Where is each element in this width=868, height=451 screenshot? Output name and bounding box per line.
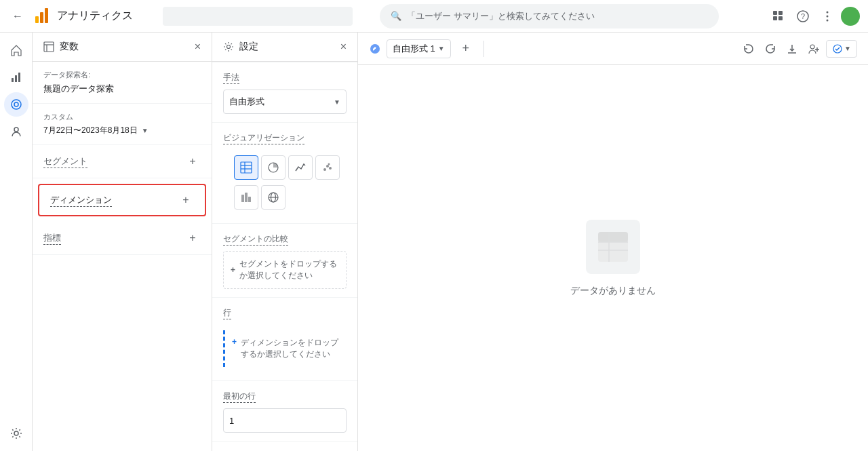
segment-drop-zone[interactable]: + セグメントをドロップするか選択してください	[223, 251, 347, 289]
svg-rect-5	[773, 16, 777, 20]
viz-line-button[interactable]	[288, 155, 313, 180]
segment-add-button[interactable]: +	[184, 153, 201, 170]
variables-panel: 変数 × データ探索名: 無題のデータ探索 カスタム 7月22日〜2023年8月…	[33, 33, 212, 451]
svg-rect-3	[773, 11, 777, 15]
metric-label: 指標	[43, 232, 61, 245]
viz-table-button[interactable]	[234, 155, 258, 180]
more-button[interactable]	[816, 5, 838, 27]
svg-rect-13	[15, 75, 17, 82]
analytics-logo	[33, 7, 52, 26]
variables-icon	[43, 41, 54, 52]
settings-close-button[interactable]: ×	[340, 41, 347, 53]
add-tab-button[interactable]: +	[456, 39, 475, 58]
sidebar-item-reports[interactable]	[4, 65, 28, 90]
add-user-button[interactable]	[804, 39, 823, 58]
grid-icon	[772, 9, 785, 23]
download-button[interactable]	[783, 39, 802, 58]
empty-state-text: データがありません	[570, 285, 656, 297]
edit-icon	[369, 43, 381, 55]
dimension-add-button[interactable]: +	[178, 192, 194, 208]
avatar[interactable]	[841, 7, 860, 26]
sidebar-item-settings[interactable]	[4, 421, 28, 446]
viz-pie-button[interactable]	[261, 155, 285, 180]
date-range-row[interactable]: 7月22日〜2023年8月18日 ▼	[43, 125, 201, 136]
settings-panel-icon	[223, 41, 234, 52]
grid-button[interactable]	[768, 5, 789, 27]
svg-point-29	[326, 165, 329, 168]
row-drop-zone[interactable]: + ディメンションをドロップするか選択してください	[223, 330, 347, 367]
method-dropdown[interactable]: 自由形式 ▼	[223, 90, 347, 114]
check-button[interactable]: ▼	[826, 40, 857, 58]
row-drop-icon: +	[232, 337, 237, 347]
viz-grid	[223, 150, 347, 185]
svg-rect-33	[245, 193, 248, 202]
line-viz-icon	[294, 161, 307, 174]
breadcrumb-bar[interactable]	[163, 7, 353, 26]
back-button[interactable]: ←	[8, 7, 27, 26]
app-title: アナリティクス	[57, 9, 133, 23]
segment-drop-text: セグメントをドロップするか選択してください	[239, 258, 339, 281]
dimension-section[interactable]: ディメンション +	[38, 184, 206, 216]
viz-map-button[interactable]	[261, 185, 285, 210]
method-value: 自由形式	[229, 96, 264, 108]
data-source-section: データ探索名: 無題のデータ探索	[33, 62, 212, 104]
method-dropdown-icon: ▼	[334, 98, 340, 106]
table-viz-icon	[240, 161, 252, 174]
search-bar[interactable]: 🔍 「ユーザー サマリー」と検索してみてください	[380, 4, 719, 28]
viz-section: ビジュアリゼーション	[212, 122, 357, 223]
metric-add-button[interactable]: +	[184, 230, 201, 246]
search-icon: 🔍	[391, 11, 401, 21]
dimension-label: ディメンション	[50, 194, 112, 207]
check-dropdown-icon: ▼	[844, 45, 851, 52]
sidebar-item-explore[interactable]	[4, 92, 28, 117]
first-row-section: 最初の行	[212, 380, 357, 441]
topbar: ← アナリティクス 🔍 「ユーザー サマリー」と検索してみてください ?	[0, 0, 868, 33]
tab-dropdown-icon: ▼	[438, 45, 445, 52]
first-row-label: 最初の行	[223, 391, 256, 403]
undo-button[interactable]	[739, 39, 758, 58]
download-icon	[786, 43, 798, 55]
more-icon	[821, 9, 834, 23]
sidebar-item-home[interactable]	[4, 38, 28, 62]
viz-bar-button[interactable]	[234, 185, 258, 210]
segment-label: セグメント	[43, 155, 87, 168]
topbar-left: ← アナリティクス	[8, 7, 157, 26]
scatter-viz-icon	[321, 161, 334, 174]
add-user-icon	[808, 43, 820, 55]
bar-viz-icon	[240, 191, 252, 203]
explore-icon	[9, 98, 23, 111]
row-section: 行 + ディメンションをドロップするか選択してください	[212, 297, 357, 380]
back-icon: ←	[12, 10, 23, 22]
svg-point-15	[12, 100, 21, 109]
segment-compare-section: セグメントの比較 + セグメントをドロップするか選択してください	[212, 223, 357, 297]
help-button[interactable]: ?	[792, 5, 814, 27]
segment-compare-label: セグメントの比較	[223, 233, 288, 246]
content-main: データがありません	[358, 65, 868, 451]
variables-panel-title: 変数	[43, 41, 79, 53]
redo-button[interactable]	[761, 39, 780, 58]
map-viz-icon	[267, 191, 279, 203]
redo-icon	[764, 43, 776, 55]
segment-section: セグメント +	[33, 145, 212, 178]
svg-point-40	[810, 45, 814, 49]
date-range-value: 7月22日〜2023年8月18日	[43, 125, 138, 136]
data-source-label: データ探索名:	[43, 70, 201, 80]
svg-point-28	[323, 168, 326, 171]
method-section: 手法 自由形式 ▼	[212, 62, 357, 122]
settings-panel-header: 設定 ×	[212, 33, 357, 62]
settings-icon	[9, 427, 23, 440]
content-actions: ▼	[739, 39, 857, 58]
viz-grid-row2	[223, 185, 347, 215]
tab-selector[interactable]: 自由形式 1 ▼	[387, 39, 451, 58]
variables-close-button[interactable]: ×	[195, 41, 201, 53]
sidebar-item-audience[interactable]	[4, 119, 28, 144]
svg-rect-6	[778, 16, 783, 20]
first-row-input[interactable]	[223, 408, 347, 433]
reports-icon	[9, 71, 23, 84]
check-icon	[832, 43, 843, 54]
date-range-section: カスタム 7月22日〜2023年8月18日 ▼	[33, 104, 212, 145]
viz-label: ビジュアリゼーション	[223, 132, 304, 144]
main-area: 変数 × データ探索名: 無題のデータ探索 カスタム 7月22日〜2023年8月…	[0, 33, 868, 451]
svg-point-11	[827, 19, 829, 21]
viz-scatter-button[interactable]	[315, 155, 340, 180]
